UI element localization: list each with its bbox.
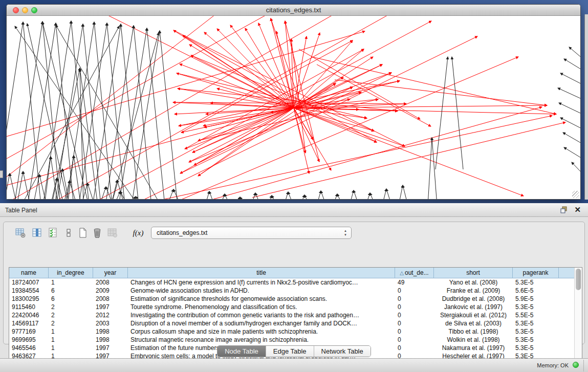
column-header-in_degree[interactable]: in_degree (49, 268, 93, 278)
table-row[interactable]: 969969511998Structural magnetic resonanc… (9, 336, 582, 344)
table-cell[interactable]: 22420046 (9, 311, 49, 319)
table-cell[interactable]: 0 (395, 327, 434, 336)
table-cell[interactable]: 14569117 (9, 319, 49, 327)
table-cell[interactable]: 5.3E-5 (513, 303, 559, 311)
column-select-icon[interactable] (48, 227, 59, 238)
new-column-icon[interactable] (77, 227, 89, 238)
table-cell[interactable]: Disruption of a novel member of a sodium… (128, 319, 395, 327)
table-cell[interactable]: 2008 (93, 295, 128, 303)
table-cell[interactable]: 0 (395, 303, 434, 311)
column-visibility-icon[interactable] (31, 227, 42, 238)
table-cell[interactable]: 1998 (93, 327, 128, 336)
table-cell[interactable]: 1 (49, 336, 93, 344)
dropdown-stepper-icon: ▲▼ (344, 229, 347, 237)
tab-network-table[interactable]: Network Table (314, 346, 371, 357)
table-cell[interactable]: Corpus callosum shape and size in male p… (128, 327, 395, 336)
network-window[interactable]: citations_edges.txt (6, 4, 581, 200)
column-header-out_de[interactable]: △out_de... (395, 268, 434, 278)
resize-grip-icon[interactable] (572, 191, 579, 198)
column-header-short[interactable]: short (434, 268, 513, 278)
table-cell[interactable]: 9115460 (9, 303, 49, 311)
table-cell[interactable]: 18724007 (9, 278, 49, 287)
table-cell[interactable]: Genome-wide association studies in ADHD. (128, 287, 395, 295)
table-panel-title: Table Panel (5, 207, 37, 214)
table-cell[interactable]: 5.5E-5 (513, 311, 559, 319)
column-header-title[interactable]: title (128, 268, 395, 278)
table-cell[interactable]: 0 (395, 319, 434, 327)
background-window-sliver (584, 14, 588, 200)
table-cell[interactable]: 2012 (93, 311, 128, 319)
table-cell[interactable]: 0 (395, 287, 434, 295)
table-cell[interactable]: 1997 (93, 303, 128, 311)
table-cell[interactable]: Stergiakouli et al. (2012) (434, 311, 513, 319)
table-cell[interactable]: 2003 (93, 319, 128, 327)
memory-status-label: Memory: OK (537, 362, 569, 368)
table-cell[interactable]: 5.3E-5 (513, 278, 559, 287)
column-header-name[interactable]: name (9, 268, 49, 278)
row-stack-icon[interactable] (63, 227, 74, 238)
table-cell[interactable]: Wolkin et al. (1998) (434, 336, 513, 344)
table-cell[interactable]: Structural magnetic resonance image aver… (128, 336, 395, 344)
table-row[interactable]: 911546021997Tourette syndrome. Phenomeno… (9, 303, 582, 311)
window-titlebar[interactable]: citations_edges.txt (7, 5, 580, 16)
table-cell[interactable]: Yano et al. (2008) (434, 278, 513, 287)
table-cell[interactable]: 19384554 (9, 287, 49, 295)
table-cell[interactable]: 9777169 (9, 327, 49, 336)
table-row[interactable]: 1456911722003Disruption of a novel membe… (9, 319, 582, 327)
table-mode-icon[interactable] (15, 227, 26, 238)
table-cell[interactable]: Tourette syndrome. Phenomenology and cla… (128, 303, 395, 311)
table-tabs-bar: Node TableEdge TableNetwork Table (0, 345, 588, 358)
scrollbar-thumb[interactable] (576, 269, 581, 290)
table-header-row: namein_degreeyeartitle△out_de...shortpag… (9, 268, 582, 278)
function-builder-icon[interactable]: f(x) (133, 227, 144, 238)
table-cell[interactable]: 18300295 (9, 295, 49, 303)
table-cell[interactable]: 0 (395, 336, 434, 344)
status-divider (583, 360, 584, 371)
table-cell[interactable]: 5.3E-5 (513, 319, 559, 327)
table-cell[interactable]: 2 (49, 319, 93, 327)
network-canvas[interactable] (7, 16, 580, 199)
table-cell[interactable]: 0 (395, 295, 434, 303)
table-cell[interactable]: 5.6E-5 (513, 287, 559, 295)
table-cell[interactable]: Franke et al. (2009) (434, 287, 513, 295)
table-row[interactable]: 2242004622012Investigating the contribut… (9, 311, 582, 319)
table-cell[interactable]: de Silva et al. (2003) (434, 319, 513, 327)
table-cell[interactable]: Tibbo et al. (1998) (434, 327, 513, 336)
table-cell[interactable]: 5.9E-5 (513, 295, 559, 303)
import-table-icon[interactable] (107, 227, 118, 238)
table-cell[interactable]: 6 (49, 287, 93, 295)
tab-edge-table[interactable]: Edge Table (266, 346, 314, 357)
table-cell[interactable]: 6 (49, 295, 93, 303)
delete-column-icon[interactable] (92, 227, 103, 238)
table-cell[interactable]: Dudbridge et al. (2008) (434, 295, 513, 303)
table-cell[interactable]: 5.3E-5 (513, 336, 559, 344)
column-header-year[interactable]: year (93, 268, 128, 278)
table-row[interactable]: 977716911998Corpus callosum shape and si… (9, 327, 582, 336)
table-cell[interactable]: Investigating the contribution of common… (128, 311, 395, 319)
table-row[interactable]: 1938455462009Genome-wide association stu… (9, 287, 582, 295)
table-cell[interactable]: 2008 (93, 278, 128, 287)
table-cell[interactable]: Estimation of significance thresholds fo… (128, 295, 395, 303)
background-window-notch (0, 170, 3, 178)
table-cell[interactable]: 49 (395, 278, 434, 287)
table-cell[interactable]: 0 (395, 311, 434, 319)
table-row[interactable]: 1872400712008Changes of HCN gene express… (9, 278, 582, 287)
table-cell[interactable]: 2 (49, 311, 93, 319)
table-cell[interactable]: 1 (49, 327, 93, 336)
table-cell[interactable]: 5.3E-5 (513, 327, 559, 336)
column-header-pagerank[interactable]: pagerank (513, 268, 559, 278)
table-selector-dropdown[interactable]: citations_edges.txt ▲▼ (151, 227, 352, 239)
table-selector-value: citations_edges.txt (157, 229, 207, 236)
graph-edges-layer (7, 16, 580, 199)
tab-node-table[interactable]: Node Table (217, 346, 266, 357)
table-row[interactable]: 1830029562008Estimation of significance … (9, 295, 582, 303)
table-cell[interactable]: 9699695 (9, 336, 49, 344)
table-cell[interactable]: Jankovic et al. (1997) (434, 303, 513, 311)
table-cell[interactable]: Changes of HCN gene expression and I(f) … (128, 278, 395, 287)
float-window-icon[interactable] (560, 206, 568, 213)
table-cell[interactable]: 1998 (93, 336, 128, 344)
table-cell[interactable]: 2009 (93, 287, 128, 295)
table-cell[interactable]: 2 (49, 303, 93, 311)
close-panel-icon[interactable]: ✕ (574, 205, 581, 214)
table-cell[interactable]: 1 (49, 278, 93, 287)
